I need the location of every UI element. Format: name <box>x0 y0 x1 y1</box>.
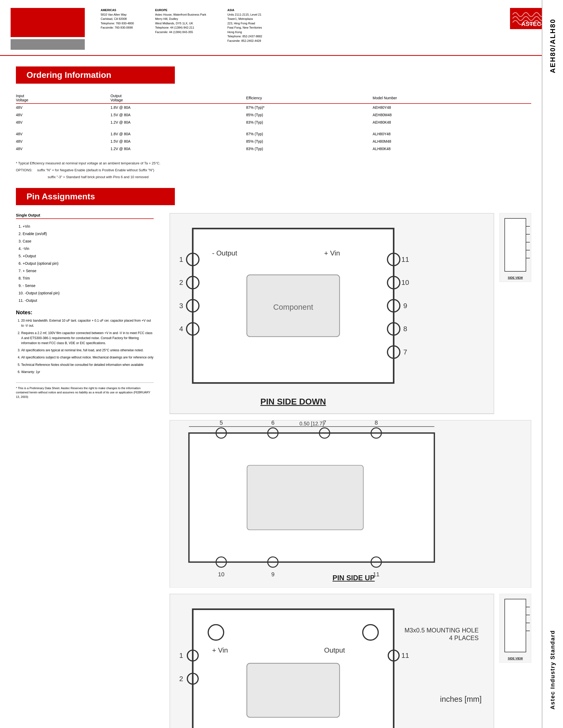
svg-text:8: 8 <box>403 325 407 333</box>
svg-text:1: 1 <box>179 255 183 263</box>
pin-assignments-section: Pin Assignments Single Output 1. +Vin 2.… <box>16 188 531 728</box>
svg-text:11: 11 <box>401 255 409 263</box>
diagram-svg-side-2: SIDE VIEW <box>499 594 531 663</box>
americas-line1: 5810 Van Allen Way <box>101 12 134 17</box>
cell-output-3: 1.2V @ 80A <box>110 119 246 126</box>
main-content: Ordering Information Input Voltage Outpu… <box>0 56 563 728</box>
svg-text:9: 9 <box>403 302 407 310</box>
cell-output-2: 1.5V @ 80A <box>110 111 246 119</box>
preliminary-note: * This is a Preliminary Data Sheet. Aast… <box>16 383 154 399</box>
cell-eff-2: 85% (Typ) <box>246 111 373 119</box>
cell-input-6: 48V <box>16 145 110 152</box>
diagram-svg-1: 1 2 3 4 11 10 <box>169 213 494 414</box>
asia-label: ASIA <box>227 8 234 12</box>
diagram-pin-side-up-1: 0.50 [12.7] 5 6 7 8 10 9 <box>169 420 531 589</box>
svg-text:inches [mm]: inches [mm] <box>440 695 482 704</box>
notes-section: Notes: 20 mHz bandwidth. External 10 uF … <box>16 309 154 375</box>
cell-output-4: 1.8V @ 80A <box>110 130 246 138</box>
svg-text:10: 10 <box>218 571 224 577</box>
list-item: 11. -Output <box>16 297 154 304</box>
diagrams-column: 1 2 3 4 11 10 <box>169 213 531 728</box>
asia-line3: 223, Hing Fong Road <box>227 21 262 26</box>
pin-list: 1. +Vin 2. Enable (on/off) 3. Case 4. -V… <box>16 223 154 304</box>
americas-label: AMERICAS <box>101 8 116 12</box>
svg-text:SIDE VIEW: SIDE VIEW <box>508 657 523 660</box>
list-item: 6. +Output (optional pin) <box>16 260 154 267</box>
page-header: AMERICAS 5810 Van Allen Way Carlsbad, CA… <box>0 0 563 56</box>
diagram-svg-side-1: SIDE VIEW <box>499 213 531 282</box>
cell-eff-6: 83% (Typ) <box>246 145 373 152</box>
pin-notes-column: Single Output 1. +Vin 2. Enable (on/off)… <box>16 213 154 728</box>
asia-line4: Fwai Fong, New Territories <box>227 25 262 30</box>
europe-line2: Merry Hill, Dudley <box>155 17 206 21</box>
svg-text:7: 7 <box>323 420 326 426</box>
table-row: 48V 1.8V @ 80A 87% (Typ)* AEH80Y48 <box>16 104 531 111</box>
pin-assignments-header: Pin Assignments <box>16 188 175 205</box>
cell-eff-5: 85% (Typ) <box>246 138 373 145</box>
content-columns: Single Output 1. +Vin 2. Enable (on/off)… <box>16 213 531 728</box>
svg-text:Output: Output <box>324 646 345 654</box>
diagram-row-1: 1 2 3 4 11 10 <box>169 213 531 415</box>
options-text: * Typical Efficiency measured at nominal… <box>16 160 531 180</box>
svg-rect-53 <box>247 465 364 530</box>
diagram-pin-side-down-1: 1 2 3 4 11 10 <box>169 213 494 415</box>
cell-model-5: ALH80M48 <box>373 138 531 145</box>
cell-input-2: 48V <box>16 111 110 119</box>
asia-line1: Units 2111-2115, Level 21 <box>227 12 262 17</box>
list-item: 3. Case <box>16 237 154 245</box>
svg-text:+ Vin: + Vin <box>212 646 228 654</box>
svg-text:7: 7 <box>403 348 407 356</box>
list-item: Warranty: 1yr <box>21 370 154 375</box>
sidebar-model-text: AEH80/ALH80 <box>549 19 557 73</box>
svg-text:10: 10 <box>401 279 409 287</box>
red-block-top <box>11 8 85 37</box>
svg-rect-28 <box>505 218 526 271</box>
options-line2: suffix "-3" = Standard half brick pinout… <box>16 174 531 180</box>
sidebar-industry-text: Astec Industry Standard <box>549 630 556 709</box>
ordering-section-header: Ordering Information <box>16 66 175 84</box>
svg-text:11: 11 <box>401 651 409 659</box>
svg-text:ASTEC: ASTEC <box>521 21 541 27</box>
table-row: 48V 1.5V @ 80A 85% (Typ) ALH80M48 <box>16 138 531 145</box>
europe-label: EUROPE <box>155 8 167 12</box>
col-input-voltage: Input Voltage <box>16 92 110 104</box>
ordering-table: Input Voltage Output Voltage Efficiency … <box>16 92 531 152</box>
right-sidebar: AEH80/ALH80 Astec Industry Standard <box>542 0 563 728</box>
svg-text:SIDE VIEW: SIDE VIEW <box>508 276 523 279</box>
diagram-side-view-1: SIDE VIEW <box>499 213 531 415</box>
list-item: 2. Enable (on/off) <box>16 230 154 237</box>
americas-line2: Carlsbad, CA 92008 <box>101 17 134 21</box>
svg-text:4 PLACES: 4 PLACES <box>449 635 479 641</box>
diagram-svg-2: M3x0.5 MOUNTING HOLE 4 PLACES 1 2 11 + V… <box>169 594 494 728</box>
cell-input-5: 48V <box>16 138 110 145</box>
table-row: 48V 1.2V @ 80A 83% (Typ) AEH80K48 <box>16 119 531 126</box>
cell-input-3: 48V <box>16 119 110 126</box>
ordering-header-row: Input Voltage Output Voltage Efficiency … <box>16 92 531 104</box>
svg-text:3: 3 <box>179 302 183 310</box>
table-row: 48V 1.8V @ 80A 87% (Typ) ALH80Y48 <box>16 130 531 138</box>
cell-model-4: ALH80Y48 <box>373 130 531 138</box>
asia-line7: Facsimile: 852-2402-4428 <box>227 39 262 43</box>
list-item: 1. +Vin <box>16 223 154 230</box>
cell-output-6: 1.2V @ 80A <box>110 145 246 152</box>
asia-line6: Telephone: 852-2437-9882 <box>227 34 262 39</box>
pin-subtitle: Single Output <box>16 213 154 219</box>
europe-address: EUROPE Astec House, Waterfront Business … <box>155 8 206 43</box>
cell-model-3: AEH80K48 <box>373 119 531 126</box>
col-model-number: Model Number <box>373 92 531 104</box>
cell-input-1: 48V <box>16 104 110 111</box>
diagram-svg-mid: 0.50 [12.7] 5 6 7 8 10 9 <box>169 420 531 588</box>
cell-output-1: 1.8V @ 80A <box>110 104 246 111</box>
svg-text:PIN SIDE DOWN: PIN SIDE DOWN <box>260 397 326 407</box>
list-item: 8. Trim <box>16 275 154 282</box>
list-item: 4. -Vin <box>16 245 154 252</box>
col-output-voltage: Output Voltage <box>110 92 246 104</box>
red-block-bottom <box>11 39 85 50</box>
svg-text:2: 2 <box>179 675 183 683</box>
europe-line3: West Midlands, DY5 1LX, UK <box>155 21 206 26</box>
notes-list: 20 mHz bandwidth. External 10 uF tant. c… <box>16 318 154 375</box>
list-item: All specifications are typical at nomina… <box>21 348 154 353</box>
svg-rect-71 <box>247 663 340 717</box>
americas-line3: Telephone: 760-930-4800 <box>101 21 134 26</box>
europe-line4: Telephone: 44 (1384) 842-211 <box>155 25 206 30</box>
